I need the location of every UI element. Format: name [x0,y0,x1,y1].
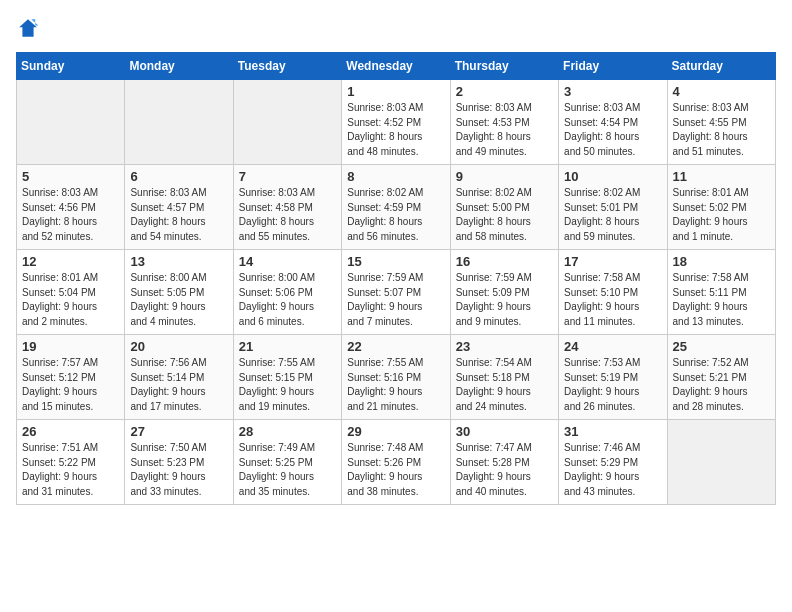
day-info: Sunrise: 7:51 AM Sunset: 5:22 PM Dayligh… [22,441,119,499]
day-info: Sunrise: 8:03 AM Sunset: 4:53 PM Dayligh… [456,101,553,159]
calendar-cell: 29Sunrise: 7:48 AM Sunset: 5:26 PM Dayli… [342,420,450,505]
calendar-cell: 19Sunrise: 7:57 AM Sunset: 5:12 PM Dayli… [17,335,125,420]
day-info: Sunrise: 8:02 AM Sunset: 5:01 PM Dayligh… [564,186,661,244]
weekday-header-saturday: Saturday [667,53,775,80]
day-number: 22 [347,339,444,354]
calendar-cell: 14Sunrise: 8:00 AM Sunset: 5:06 PM Dayli… [233,250,341,335]
calendar-cell: 26Sunrise: 7:51 AM Sunset: 5:22 PM Dayli… [17,420,125,505]
day-number: 9 [456,169,553,184]
calendar-cell: 13Sunrise: 8:00 AM Sunset: 5:05 PM Dayli… [125,250,233,335]
day-number: 19 [22,339,119,354]
calendar-cell: 9Sunrise: 8:02 AM Sunset: 5:00 PM Daylig… [450,165,558,250]
day-info: Sunrise: 7:55 AM Sunset: 5:15 PM Dayligh… [239,356,336,414]
calendar-cell: 3Sunrise: 8:03 AM Sunset: 4:54 PM Daylig… [559,80,667,165]
logo-icon [16,16,40,40]
week-row-4: 19Sunrise: 7:57 AM Sunset: 5:12 PM Dayli… [17,335,776,420]
day-number: 28 [239,424,336,439]
weekday-header-monday: Monday [125,53,233,80]
calendar-cell: 21Sunrise: 7:55 AM Sunset: 5:15 PM Dayli… [233,335,341,420]
day-number: 14 [239,254,336,269]
calendar-cell: 28Sunrise: 7:49 AM Sunset: 5:25 PM Dayli… [233,420,341,505]
day-info: Sunrise: 7:48 AM Sunset: 5:26 PM Dayligh… [347,441,444,499]
calendar-cell: 30Sunrise: 7:47 AM Sunset: 5:28 PM Dayli… [450,420,558,505]
day-number: 15 [347,254,444,269]
day-info: Sunrise: 7:53 AM Sunset: 5:19 PM Dayligh… [564,356,661,414]
calendar-cell: 5Sunrise: 8:03 AM Sunset: 4:56 PM Daylig… [17,165,125,250]
day-number: 25 [673,339,770,354]
day-number: 5 [22,169,119,184]
day-number: 13 [130,254,227,269]
day-number: 1 [347,84,444,99]
weekday-header-tuesday: Tuesday [233,53,341,80]
day-number: 24 [564,339,661,354]
calendar-cell: 7Sunrise: 8:03 AM Sunset: 4:58 PM Daylig… [233,165,341,250]
day-number: 20 [130,339,227,354]
day-info: Sunrise: 7:55 AM Sunset: 5:16 PM Dayligh… [347,356,444,414]
day-info: Sunrise: 8:03 AM Sunset: 4:52 PM Dayligh… [347,101,444,159]
day-info: Sunrise: 8:03 AM Sunset: 4:55 PM Dayligh… [673,101,770,159]
calendar-cell: 1Sunrise: 8:03 AM Sunset: 4:52 PM Daylig… [342,80,450,165]
calendar-cell: 4Sunrise: 8:03 AM Sunset: 4:55 PM Daylig… [667,80,775,165]
weekday-header-thursday: Thursday [450,53,558,80]
day-number: 10 [564,169,661,184]
day-number: 7 [239,169,336,184]
day-info: Sunrise: 7:47 AM Sunset: 5:28 PM Dayligh… [456,441,553,499]
day-info: Sunrise: 7:52 AM Sunset: 5:21 PM Dayligh… [673,356,770,414]
calendar-cell: 25Sunrise: 7:52 AM Sunset: 5:21 PM Dayli… [667,335,775,420]
calendar-cell: 15Sunrise: 7:59 AM Sunset: 5:07 PM Dayli… [342,250,450,335]
calendar-cell: 23Sunrise: 7:54 AM Sunset: 5:18 PM Dayli… [450,335,558,420]
day-info: Sunrise: 8:03 AM Sunset: 4:58 PM Dayligh… [239,186,336,244]
calendar-cell: 17Sunrise: 7:58 AM Sunset: 5:10 PM Dayli… [559,250,667,335]
day-number: 17 [564,254,661,269]
day-info: Sunrise: 7:59 AM Sunset: 5:07 PM Dayligh… [347,271,444,329]
day-info: Sunrise: 8:02 AM Sunset: 4:59 PM Dayligh… [347,186,444,244]
day-number: 16 [456,254,553,269]
day-info: Sunrise: 7:58 AM Sunset: 5:11 PM Dayligh… [673,271,770,329]
calendar-cell [125,80,233,165]
day-number: 26 [22,424,119,439]
day-info: Sunrise: 8:03 AM Sunset: 4:56 PM Dayligh… [22,186,119,244]
calendar-cell: 24Sunrise: 7:53 AM Sunset: 5:19 PM Dayli… [559,335,667,420]
day-info: Sunrise: 7:50 AM Sunset: 5:23 PM Dayligh… [130,441,227,499]
calendar-cell: 20Sunrise: 7:56 AM Sunset: 5:14 PM Dayli… [125,335,233,420]
calendar-cell [17,80,125,165]
week-row-5: 26Sunrise: 7:51 AM Sunset: 5:22 PM Dayli… [17,420,776,505]
day-number: 27 [130,424,227,439]
calendar-cell: 16Sunrise: 7:59 AM Sunset: 5:09 PM Dayli… [450,250,558,335]
calendar-cell: 22Sunrise: 7:55 AM Sunset: 5:16 PM Dayli… [342,335,450,420]
day-info: Sunrise: 7:58 AM Sunset: 5:10 PM Dayligh… [564,271,661,329]
calendar-cell: 2Sunrise: 8:03 AM Sunset: 4:53 PM Daylig… [450,80,558,165]
day-number: 31 [564,424,661,439]
calendar-cell: 6Sunrise: 8:03 AM Sunset: 4:57 PM Daylig… [125,165,233,250]
day-number: 11 [673,169,770,184]
calendar-cell: 31Sunrise: 7:46 AM Sunset: 5:29 PM Dayli… [559,420,667,505]
calendar-cell [667,420,775,505]
day-info: Sunrise: 8:01 AM Sunset: 5:04 PM Dayligh… [22,271,119,329]
day-info: Sunrise: 8:02 AM Sunset: 5:00 PM Dayligh… [456,186,553,244]
week-row-1: 1Sunrise: 8:03 AM Sunset: 4:52 PM Daylig… [17,80,776,165]
day-number: 29 [347,424,444,439]
weekday-header-friday: Friday [559,53,667,80]
day-number: 21 [239,339,336,354]
calendar-cell: 11Sunrise: 8:01 AM Sunset: 5:02 PM Dayli… [667,165,775,250]
day-number: 30 [456,424,553,439]
day-info: Sunrise: 8:03 AM Sunset: 4:57 PM Dayligh… [130,186,227,244]
calendar-cell: 10Sunrise: 8:02 AM Sunset: 5:01 PM Dayli… [559,165,667,250]
day-info: Sunrise: 8:03 AM Sunset: 4:54 PM Dayligh… [564,101,661,159]
day-info: Sunrise: 8:00 AM Sunset: 5:06 PM Dayligh… [239,271,336,329]
weekday-header-wednesday: Wednesday [342,53,450,80]
week-row-2: 5Sunrise: 8:03 AM Sunset: 4:56 PM Daylig… [17,165,776,250]
day-info: Sunrise: 7:49 AM Sunset: 5:25 PM Dayligh… [239,441,336,499]
day-number: 4 [673,84,770,99]
calendar-cell: 27Sunrise: 7:50 AM Sunset: 5:23 PM Dayli… [125,420,233,505]
weekday-header-row: SundayMondayTuesdayWednesdayThursdayFrid… [17,53,776,80]
page-header [16,16,776,40]
calendar-cell: 18Sunrise: 7:58 AM Sunset: 5:11 PM Dayli… [667,250,775,335]
day-number: 12 [22,254,119,269]
day-info: Sunrise: 8:01 AM Sunset: 5:02 PM Dayligh… [673,186,770,244]
day-info: Sunrise: 7:59 AM Sunset: 5:09 PM Dayligh… [456,271,553,329]
day-number: 6 [130,169,227,184]
day-number: 8 [347,169,444,184]
calendar-table: SundayMondayTuesdayWednesdayThursdayFrid… [16,52,776,505]
weekday-header-sunday: Sunday [17,53,125,80]
